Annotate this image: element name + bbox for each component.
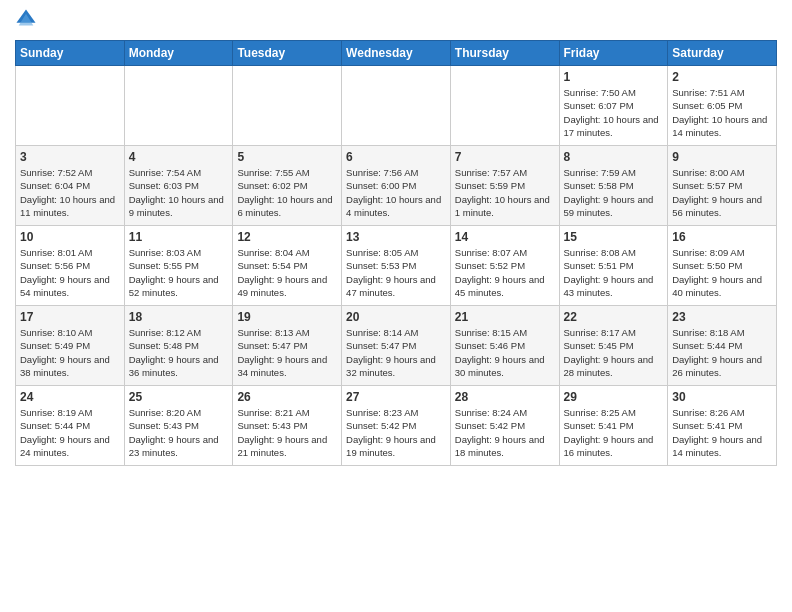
day-cell: 19Sunrise: 8:13 AM Sunset: 5:47 PM Dayli… xyxy=(233,306,342,386)
day-number: 17 xyxy=(20,310,120,324)
day-number: 2 xyxy=(672,70,772,84)
day-cell xyxy=(450,66,559,146)
day-info: Sunrise: 7:52 AM Sunset: 6:04 PM Dayligh… xyxy=(20,166,120,219)
day-cell: 1Sunrise: 7:50 AM Sunset: 6:07 PM Daylig… xyxy=(559,66,668,146)
day-number: 25 xyxy=(129,390,229,404)
day-number: 20 xyxy=(346,310,446,324)
header-day-sunday: Sunday xyxy=(16,41,125,66)
header-day-saturday: Saturday xyxy=(668,41,777,66)
day-cell xyxy=(124,66,233,146)
day-number: 21 xyxy=(455,310,555,324)
day-number: 23 xyxy=(672,310,772,324)
day-cell: 11Sunrise: 8:03 AM Sunset: 5:55 PM Dayli… xyxy=(124,226,233,306)
day-number: 18 xyxy=(129,310,229,324)
day-number: 16 xyxy=(672,230,772,244)
header xyxy=(15,10,777,34)
logo-icon xyxy=(15,8,37,30)
day-cell: 30Sunrise: 8:26 AM Sunset: 5:41 PM Dayli… xyxy=(668,386,777,466)
day-cell: 10Sunrise: 8:01 AM Sunset: 5:56 PM Dayli… xyxy=(16,226,125,306)
day-info: Sunrise: 8:25 AM Sunset: 5:41 PM Dayligh… xyxy=(564,406,664,459)
day-cell: 15Sunrise: 8:08 AM Sunset: 5:51 PM Dayli… xyxy=(559,226,668,306)
day-info: Sunrise: 8:24 AM Sunset: 5:42 PM Dayligh… xyxy=(455,406,555,459)
day-cell: 23Sunrise: 8:18 AM Sunset: 5:44 PM Dayli… xyxy=(668,306,777,386)
day-cell: 5Sunrise: 7:55 AM Sunset: 6:02 PM Daylig… xyxy=(233,146,342,226)
day-number: 30 xyxy=(672,390,772,404)
day-cell: 22Sunrise: 8:17 AM Sunset: 5:45 PM Dayli… xyxy=(559,306,668,386)
day-number: 24 xyxy=(20,390,120,404)
day-cell: 13Sunrise: 8:05 AM Sunset: 5:53 PM Dayli… xyxy=(342,226,451,306)
day-info: Sunrise: 8:09 AM Sunset: 5:50 PM Dayligh… xyxy=(672,246,772,299)
day-cell xyxy=(16,66,125,146)
header-day-friday: Friday xyxy=(559,41,668,66)
day-cell: 16Sunrise: 8:09 AM Sunset: 5:50 PM Dayli… xyxy=(668,226,777,306)
day-cell: 21Sunrise: 8:15 AM Sunset: 5:46 PM Dayli… xyxy=(450,306,559,386)
day-info: Sunrise: 7:54 AM Sunset: 6:03 PM Dayligh… xyxy=(129,166,229,219)
day-info: Sunrise: 8:04 AM Sunset: 5:54 PM Dayligh… xyxy=(237,246,337,299)
day-cell: 28Sunrise: 8:24 AM Sunset: 5:42 PM Dayli… xyxy=(450,386,559,466)
day-number: 19 xyxy=(237,310,337,324)
day-info: Sunrise: 8:12 AM Sunset: 5:48 PM Dayligh… xyxy=(129,326,229,379)
day-info: Sunrise: 8:19 AM Sunset: 5:44 PM Dayligh… xyxy=(20,406,120,459)
day-number: 7 xyxy=(455,150,555,164)
page: SundayMondayTuesdayWednesdayThursdayFrid… xyxy=(0,0,792,476)
day-cell: 4Sunrise: 7:54 AM Sunset: 6:03 PM Daylig… xyxy=(124,146,233,226)
day-info: Sunrise: 7:55 AM Sunset: 6:02 PM Dayligh… xyxy=(237,166,337,219)
day-cell: 26Sunrise: 8:21 AM Sunset: 5:43 PM Dayli… xyxy=(233,386,342,466)
day-info: Sunrise: 8:26 AM Sunset: 5:41 PM Dayligh… xyxy=(672,406,772,459)
day-number: 15 xyxy=(564,230,664,244)
day-cell: 29Sunrise: 8:25 AM Sunset: 5:41 PM Dayli… xyxy=(559,386,668,466)
day-cell: 9Sunrise: 8:00 AM Sunset: 5:57 PM Daylig… xyxy=(668,146,777,226)
day-cell: 6Sunrise: 7:56 AM Sunset: 6:00 PM Daylig… xyxy=(342,146,451,226)
day-info: Sunrise: 8:21 AM Sunset: 5:43 PM Dayligh… xyxy=(237,406,337,459)
day-info: Sunrise: 7:50 AM Sunset: 6:07 PM Dayligh… xyxy=(564,86,664,139)
day-info: Sunrise: 7:59 AM Sunset: 5:58 PM Dayligh… xyxy=(564,166,664,219)
day-info: Sunrise: 8:20 AM Sunset: 5:43 PM Dayligh… xyxy=(129,406,229,459)
day-info: Sunrise: 8:14 AM Sunset: 5:47 PM Dayligh… xyxy=(346,326,446,379)
day-number: 3 xyxy=(20,150,120,164)
day-info: Sunrise: 7:51 AM Sunset: 6:05 PM Dayligh… xyxy=(672,86,772,139)
day-cell xyxy=(342,66,451,146)
day-cell: 20Sunrise: 8:14 AM Sunset: 5:47 PM Dayli… xyxy=(342,306,451,386)
header-day-monday: Monday xyxy=(124,41,233,66)
week-row-1: 1Sunrise: 7:50 AM Sunset: 6:07 PM Daylig… xyxy=(16,66,777,146)
day-info: Sunrise: 8:18 AM Sunset: 5:44 PM Dayligh… xyxy=(672,326,772,379)
day-info: Sunrise: 8:05 AM Sunset: 5:53 PM Dayligh… xyxy=(346,246,446,299)
day-number: 29 xyxy=(564,390,664,404)
day-number: 28 xyxy=(455,390,555,404)
day-number: 4 xyxy=(129,150,229,164)
day-number: 10 xyxy=(20,230,120,244)
day-number: 14 xyxy=(455,230,555,244)
calendar-table: SundayMondayTuesdayWednesdayThursdayFrid… xyxy=(15,40,777,466)
week-row-2: 3Sunrise: 7:52 AM Sunset: 6:04 PM Daylig… xyxy=(16,146,777,226)
day-info: Sunrise: 8:08 AM Sunset: 5:51 PM Dayligh… xyxy=(564,246,664,299)
day-info: Sunrise: 8:17 AM Sunset: 5:45 PM Dayligh… xyxy=(564,326,664,379)
day-info: Sunrise: 7:57 AM Sunset: 5:59 PM Dayligh… xyxy=(455,166,555,219)
day-info: Sunrise: 8:13 AM Sunset: 5:47 PM Dayligh… xyxy=(237,326,337,379)
day-cell: 3Sunrise: 7:52 AM Sunset: 6:04 PM Daylig… xyxy=(16,146,125,226)
day-cell: 25Sunrise: 8:20 AM Sunset: 5:43 PM Dayli… xyxy=(124,386,233,466)
day-info: Sunrise: 8:10 AM Sunset: 5:49 PM Dayligh… xyxy=(20,326,120,379)
day-cell: 2Sunrise: 7:51 AM Sunset: 6:05 PM Daylig… xyxy=(668,66,777,146)
logo xyxy=(15,10,39,34)
day-info: Sunrise: 8:07 AM Sunset: 5:52 PM Dayligh… xyxy=(455,246,555,299)
day-number: 13 xyxy=(346,230,446,244)
header-day-thursday: Thursday xyxy=(450,41,559,66)
day-info: Sunrise: 8:23 AM Sunset: 5:42 PM Dayligh… xyxy=(346,406,446,459)
day-number: 12 xyxy=(237,230,337,244)
day-number: 6 xyxy=(346,150,446,164)
day-number: 27 xyxy=(346,390,446,404)
day-cell: 18Sunrise: 8:12 AM Sunset: 5:48 PM Dayli… xyxy=(124,306,233,386)
day-cell: 14Sunrise: 8:07 AM Sunset: 5:52 PM Dayli… xyxy=(450,226,559,306)
week-row-4: 17Sunrise: 8:10 AM Sunset: 5:49 PM Dayli… xyxy=(16,306,777,386)
header-day-tuesday: Tuesday xyxy=(233,41,342,66)
week-row-3: 10Sunrise: 8:01 AM Sunset: 5:56 PM Dayli… xyxy=(16,226,777,306)
day-cell: 27Sunrise: 8:23 AM Sunset: 5:42 PM Dayli… xyxy=(342,386,451,466)
day-number: 1 xyxy=(564,70,664,84)
day-cell: 24Sunrise: 8:19 AM Sunset: 5:44 PM Dayli… xyxy=(16,386,125,466)
day-cell xyxy=(233,66,342,146)
day-cell: 12Sunrise: 8:04 AM Sunset: 5:54 PM Dayli… xyxy=(233,226,342,306)
day-number: 5 xyxy=(237,150,337,164)
day-info: Sunrise: 8:15 AM Sunset: 5:46 PM Dayligh… xyxy=(455,326,555,379)
header-row: SundayMondayTuesdayWednesdayThursdayFrid… xyxy=(16,41,777,66)
day-info: Sunrise: 7:56 AM Sunset: 6:00 PM Dayligh… xyxy=(346,166,446,219)
